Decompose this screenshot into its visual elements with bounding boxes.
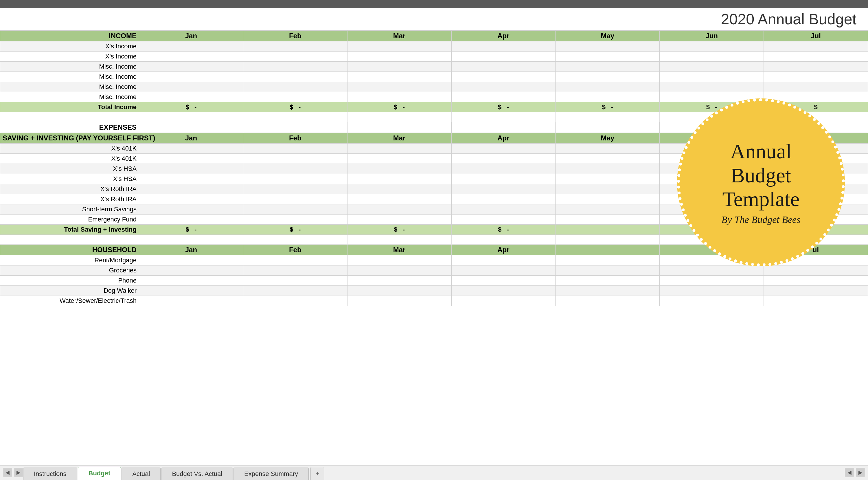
household-row-3[interactable]: Phone	[0, 276, 868, 286]
income-row-3[interactable]: Misc. Income	[0, 62, 868, 72]
household-row-5[interactable]: Water/Sewer/Electric/Trash	[0, 296, 868, 306]
nav-arrows: ◀ ▶	[845, 468, 865, 477]
income-jan-header: Jan	[139, 31, 243, 41]
income-jul-header: Jul	[764, 31, 868, 41]
saving-section-label: SAVING + INVESTING (PAY YOURSELF FIRST)	[0, 133, 139, 144]
income-row-5[interactable]: Misc. Income	[0, 82, 868, 92]
income-feb-header: Feb	[243, 31, 347, 41]
nav-left-arrow[interactable]: ◀	[845, 468, 854, 477]
income-row-2[interactable]: X's Income	[0, 52, 868, 62]
tab-budget-vs-actual[interactable]: Budget Vs. Actual	[161, 468, 233, 480]
watermark-subtitle: By The Budget Bees	[722, 214, 801, 225]
income-mar-header: Mar	[347, 31, 452, 41]
tab-budget[interactable]: Budget	[78, 467, 121, 480]
tab-bar: ◀ ▶ Instructions Budget Actual Budget Vs…	[0, 465, 868, 480]
household-row-4[interactable]: Dog Walker	[0, 286, 868, 296]
tab-actual[interactable]: Actual	[122, 468, 161, 480]
scroll-right-arrow[interactable]: ▶	[14, 468, 23, 477]
income-section-label: INCOME	[0, 31, 139, 41]
income-apr-header: Apr	[452, 31, 556, 41]
income-row-6[interactable]: Misc. Income	[0, 92, 868, 102]
nav-right-arrow[interactable]: ▶	[856, 468, 865, 477]
tab-instructions[interactable]: Instructions	[23, 468, 77, 480]
scroll-left-arrow[interactable]: ◀	[3, 468, 12, 477]
household-section-label: HOUSEHOLD	[0, 245, 139, 256]
tab-add-button[interactable]: +	[310, 467, 324, 480]
watermark-title: Annual Budget Template	[722, 140, 800, 211]
income-may-header: May	[556, 31, 660, 41]
expenses-label: EXPENSES	[0, 122, 139, 133]
top-bar	[0, 0, 868, 8]
watermark-badge: Annual Budget Template By The Budget Bee…	[677, 98, 845, 266]
app-title: 2020 Annual Budget	[0, 8, 868, 30]
income-jun-header: Jun	[660, 31, 764, 41]
income-row-4[interactable]: Misc. Income	[0, 72, 868, 82]
income-header-row: INCOME Jan Feb Mar Apr May Jun Jul	[0, 31, 868, 41]
tab-expense-summary[interactable]: Expense Summary	[234, 468, 309, 480]
household-row-2[interactable]: Groceries	[0, 266, 868, 276]
income-row-1[interactable]: X's Income	[0, 41, 868, 52]
scroll-controls: ◀ ▶	[3, 468, 23, 477]
